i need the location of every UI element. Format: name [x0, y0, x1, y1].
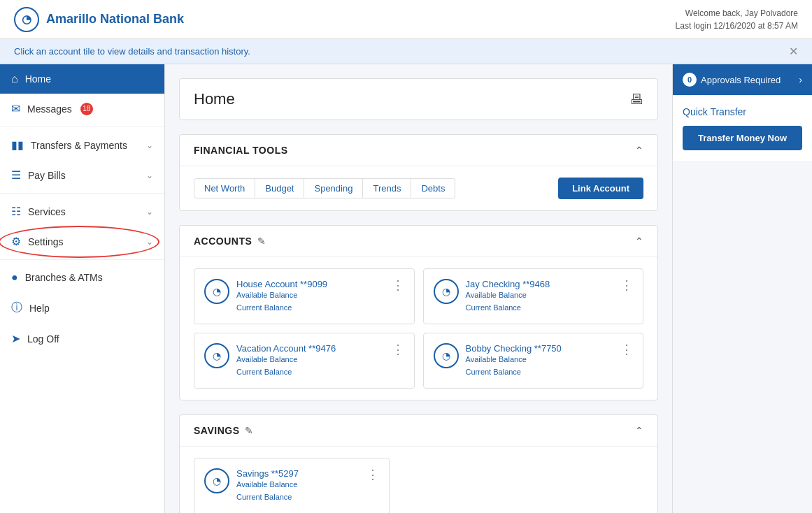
- accounts-grid: ◔ House Account **9099 Available Balance…: [180, 257, 657, 400]
- chevron-down-icon: ⌄: [146, 171, 153, 180]
- savings-title: SAVINGS: [194, 425, 239, 436]
- chevron-down-icon: ⌄: [146, 140, 153, 150]
- account-name: Vacation Account **9476: [236, 343, 385, 354]
- sidebar-item-label: Help: [29, 303, 50, 314]
- messages-icon: ✉: [11, 102, 20, 115]
- info-bar: Click an account tile to view details an…: [0, 39, 812, 64]
- accounts-header: ACCOUNTS ✎ ⌃: [180, 226, 657, 257]
- quick-transfer-title: Quick Transfer: [683, 106, 802, 117]
- page-title: Home: [194, 90, 235, 108]
- account-icon: ◔: [204, 279, 229, 304]
- transfer-money-button[interactable]: Transfer Money Now: [683, 126, 802, 150]
- services-icon: ☷: [11, 205, 21, 218]
- main-layout: ⌂ Home ✉ Messages 18 ▮▮ Transfers & Paym…: [0, 64, 812, 513]
- sidebar-item-transfers[interactable]: ▮▮ Transfers & Payments ⌄: [0, 130, 164, 160]
- sidebar-item-messages[interactable]: ✉ Messages 18: [0, 94, 164, 124]
- collapse-icon[interactable]: ⌃: [635, 145, 643, 156]
- sidebar-item-label: Transfers & Payments: [31, 140, 127, 151]
- financial-tools-body: Net Worth Budget Spending Trends Debts L…: [180, 166, 657, 210]
- sidebar-item-label: Branches & ATMs: [25, 272, 103, 283]
- savings-section: SAVINGS ✎ ⌃ ◔ Savings **5297 Available B…: [179, 414, 658, 513]
- bank-logo: ◔ Amarillo National Bank: [14, 7, 184, 32]
- sidebar-item-label: Messages: [27, 103, 72, 115]
- sidebar-item-settings[interactable]: ⚙ Settings ⌄: [0, 226, 164, 256]
- account-card-bobby-checking[interactable]: ◔ Bobby Checking **7750 Available Balanc…: [423, 333, 644, 389]
- help-icon: ⓘ: [11, 301, 22, 315]
- financial-tools-title: FINANCIAL TOOLS: [194, 145, 288, 156]
- print-icon[interactable]: 🖶: [629, 92, 643, 108]
- account-icon: ◔: [204, 343, 229, 368]
- account-menu-icon[interactable]: ⋮: [392, 279, 404, 291]
- savings-title-group: SAVINGS ✎: [194, 425, 253, 436]
- approvals-bar[interactable]: 0 Approvals Required ›: [673, 64, 812, 95]
- sidebar-item-label: Pay Bills: [28, 170, 66, 181]
- link-account-button[interactable]: Link Account: [558, 178, 643, 199]
- logoff-icon: ➤: [11, 332, 20, 345]
- savings-menu-icon[interactable]: ⋮: [366, 468, 379, 481]
- account-name: Bobby Checking **7750: [466, 343, 614, 354]
- account-available-balance: Available Balance Current Balance: [236, 289, 385, 314]
- account-menu-icon[interactable]: ⋮: [392, 343, 404, 356]
- main-content: Home 🖶 FINANCIAL TOOLS ⌃ Net Worth Budge…: [165, 64, 672, 513]
- savings-account-icon: ◔: [204, 468, 229, 493]
- last-login: Last login 12/16/2020 at 8:57 AM: [676, 20, 798, 32]
- tab-trends[interactable]: Trends: [363, 178, 411, 198]
- accounts-section: ACCOUNTS ✎ ⌃ ◔ House Account **9099 Avai…: [179, 225, 658, 400]
- transfers-icon: ▮▮: [11, 138, 24, 152]
- savings-body: ◔ Savings **5297 Available Balance Curre…: [180, 447, 657, 513]
- account-info: Vacation Account **9476 Available Balanc…: [236, 343, 385, 378]
- account-name: Jay Checking **9468: [466, 279, 614, 289]
- account-card-house[interactable]: ◔ House Account **9099 Available Balance…: [194, 268, 415, 324]
- account-balance: Available Balance Current Balance: [466, 289, 614, 314]
- accounts-edit-icon[interactable]: ✎: [257, 236, 266, 247]
- accounts-collapse-icon[interactable]: ⌃: [635, 236, 643, 247]
- savings-card[interactable]: ◔ Savings **5297 Available Balance Curre…: [194, 458, 390, 513]
- account-info: House Account **9099 Available Balance C…: [236, 279, 385, 314]
- tab-debts[interactable]: Debts: [411, 178, 455, 198]
- logo-icon: ◔: [14, 7, 39, 32]
- account-balance: Available Balance Current Balance: [466, 354, 614, 378]
- user-info: Welcome back, Jay Polvadore Last login 1…: [676, 7, 798, 32]
- header: ◔ Amarillo National Bank Welcome back, J…: [0, 0, 812, 39]
- chevron-down-icon: ⌄: [146, 207, 153, 217]
- account-menu-icon[interactable]: ⋮: [620, 279, 633, 291]
- tab-spending[interactable]: Spending: [304, 178, 363, 198]
- account-balance: Available Balance Current Balance: [236, 354, 385, 378]
- info-message: Click an account tile to view details an…: [14, 46, 250, 57]
- account-card-vacation[interactable]: ◔ Vacation Account **9476 Available Bala…: [194, 333, 415, 389]
- approvals-chevron-icon: ›: [799, 74, 802, 85]
- savings-collapse-icon[interactable]: ⌃: [635, 425, 643, 436]
- account-info: Jay Checking **9468 Available Balance Cu…: [466, 279, 614, 314]
- quick-transfer-section: Quick Transfer Transfer Money Now: [673, 95, 812, 162]
- tab-budget[interactable]: Budget: [255, 178, 304, 198]
- sidebar-item-services[interactable]: ☷ Services ⌄: [0, 196, 164, 226]
- approvals-left: 0 Approvals Required: [683, 73, 781, 87]
- savings-edit-icon[interactable]: ✎: [245, 425, 253, 436]
- account-icon: ◔: [434, 279, 459, 304]
- sidebar-item-branches[interactable]: ● Branches & ATMs: [0, 263, 164, 292]
- account-info: Bobby Checking **7750 Available Balance …: [466, 343, 614, 378]
- sidebar-item-home[interactable]: ⌂ Home: [0, 64, 164, 94]
- welcome-text: Welcome back, Jay Polvadore: [676, 7, 798, 20]
- financial-tools-tabs: Net Worth Budget Spending Trends Debts: [194, 178, 455, 198]
- savings-balance: Available Balance Current Balance: [236, 479, 359, 503]
- account-card-jay-checking[interactable]: ◔ Jay Checking **9468 Available Balance …: [423, 268, 644, 324]
- home-icon: ⌂: [11, 73, 18, 85]
- sidebar-item-label: Settings: [28, 236, 64, 247]
- sidebar: ⌂ Home ✉ Messages 18 ▮▮ Transfers & Paym…: [0, 64, 165, 513]
- sidebar-item-label: Home: [25, 73, 51, 85]
- location-icon: ●: [11, 271, 18, 284]
- account-menu-icon[interactable]: ⋮: [620, 343, 633, 356]
- sidebar-item-help[interactable]: ⓘ Help: [0, 292, 164, 324]
- messages-badge: 18: [80, 103, 93, 115]
- savings-header: SAVINGS ✎ ⌃: [180, 415, 657, 447]
- right-panel: 0 Approvals Required › Quick Transfer Tr…: [672, 64, 812, 513]
- sidebar-item-pay-bills[interactable]: ☰ Pay Bills ⌄: [0, 160, 164, 190]
- financial-tools-section: FINANCIAL TOOLS ⌃ Net Worth Budget Spend…: [179, 134, 658, 211]
- account-name: House Account **9099: [236, 279, 385, 289]
- pay-bills-icon: ☰: [11, 168, 21, 182]
- close-icon[interactable]: ✕: [789, 45, 798, 58]
- tab-net-worth[interactable]: Net Worth: [194, 178, 255, 198]
- financial-tools-header: FINANCIAL TOOLS ⌃: [180, 135, 657, 166]
- sidebar-item-logoff[interactable]: ➤ Log Off: [0, 324, 164, 354]
